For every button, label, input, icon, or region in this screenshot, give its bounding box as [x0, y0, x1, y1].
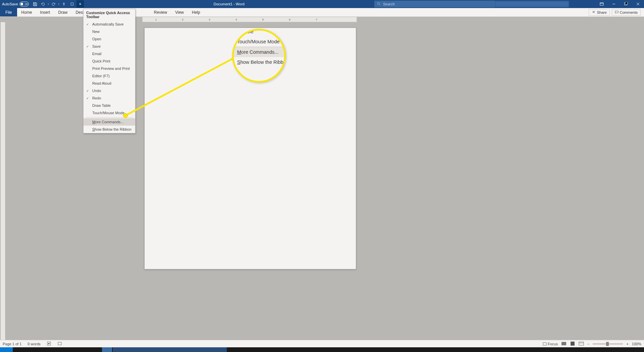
menu-item-redo[interactable]: Redo — [84, 94, 135, 102]
svg-rect-11 — [579, 342, 584, 345]
svg-rect-3 — [600, 3, 603, 5]
zoom-row-touch-mouse: Touch/Mouse Mode — [232, 37, 286, 47]
start-button[interactable] — [0, 347, 13, 352]
menu-header: Customize Quick Access Toolbar — [84, 9, 135, 20]
redo-icon[interactable] — [50, 0, 57, 8]
horizontal-ruler[interactable]: 1234567 — [142, 17, 357, 22]
zoom-row-show-below: Show Below the Ribb — [232, 57, 286, 67]
tab-insert[interactable]: Insert — [36, 8, 54, 16]
zoom-in-button[interactable]: + — [626, 342, 628, 346]
spell-check-icon[interactable] — [47, 341, 51, 347]
menu-item-print-preview[interactable]: Print Preview and Print — [84, 65, 135, 72]
zoom-row-more-commands: More Commands... — [232, 47, 286, 57]
zoom-level[interactable]: 100% — [632, 342, 641, 346]
search-icon — [377, 2, 381, 6]
autosave-switch[interactable]: Off — [19, 2, 29, 6]
tab-file[interactable]: File — [0, 8, 17, 16]
ribbon-right: Share Comments — [589, 8, 644, 16]
account-area[interactable] — [495, 1, 569, 7]
svg-point-2 — [378, 3, 380, 5]
tab-draw[interactable]: Draw — [54, 8, 71, 16]
qat-dropdown-icon[interactable]: ▾ — [48, 2, 49, 6]
comments-button[interactable]: Comments — [612, 9, 641, 16]
menu-item-show-below[interactable]: Show Below the Ribbon — [84, 126, 135, 133]
zoom-slider[interactable] — [593, 343, 623, 345]
share-button[interactable]: Share — [589, 9, 609, 16]
annotation-dot — [123, 113, 128, 118]
tab-review[interactable]: Review — [150, 8, 171, 16]
vertical-ruler[interactable] — [1, 22, 5, 345]
focus-icon — [543, 342, 547, 346]
read-mode-icon[interactable] — [561, 341, 567, 347]
taskbar-app-active[interactable] — [113, 347, 227, 352]
windows-taskbar[interactable] — [0, 347, 644, 352]
comment-icon — [615, 10, 619, 14]
svg-rect-9 — [561, 342, 566, 345]
status-right: Focus − + 100% — [543, 341, 641, 347]
quick-access-toolbar: AutoSave Off ▾ ▾ — [0, 0, 84, 8]
undo-icon[interactable] — [40, 0, 47, 8]
menu-item-quick-print[interactable]: Quick Print — [84, 57, 135, 65]
title-bar: AutoSave Off ▾ ▾ Document1 - Word Search — [0, 0, 644, 8]
menu-item-undo[interactable]: Undo — [84, 87, 135, 94]
status-page[interactable]: Page 1 of 1 — [3, 342, 21, 346]
title-right — [495, 0, 644, 8]
print-layout-icon[interactable] — [570, 341, 575, 347]
share-icon — [592, 10, 595, 14]
search-input[interactable]: Search — [374, 1, 495, 7]
menu-item-auto-save[interactable]: Automatically Save — [84, 20, 135, 28]
menu-item-open[interactable]: Open — [84, 35, 135, 43]
taskbar-app[interactable] — [102, 347, 112, 352]
svg-point-0 — [63, 3, 64, 3]
tab-view[interactable]: View — [171, 8, 188, 16]
format-icon[interactable] — [68, 0, 76, 8]
menu-item-save[interactable]: Save — [84, 43, 135, 50]
svg-rect-10 — [571, 342, 575, 346]
annotation-zoom-circle: w Table Touch/Mouse Mode More Commands..… — [232, 29, 286, 83]
minimize-icon[interactable] — [608, 0, 620, 8]
menu-item-more-commands[interactable]: More Commands... — [84, 118, 135, 126]
focus-mode-button[interactable]: Focus — [543, 342, 558, 346]
tab-home[interactable]: Home — [17, 8, 36, 16]
menu-item-draw-table[interactable]: Draw Table — [84, 102, 135, 109]
menu-item-email[interactable]: Email — [84, 50, 135, 57]
svg-rect-1 — [71, 3, 73, 5]
menu-item-new[interactable]: New — [84, 28, 135, 35]
status-words[interactable]: 0 words — [28, 342, 41, 346]
accessibility-status-icon[interactable] — [57, 341, 62, 347]
menu-item-read-aloud[interactable]: Read Aloud — [84, 80, 135, 87]
document-title: Document1 - Word — [84, 2, 374, 6]
status-bar: Page 1 of 1 0 words Focus − + 100% — [0, 340, 644, 347]
tab-help[interactable]: Help — [188, 8, 204, 16]
ribbon-display-icon[interactable] — [596, 0, 608, 8]
qat-dropdown-icon[interactable]: ▾ — [58, 2, 60, 6]
close-icon[interactable] — [632, 0, 644, 8]
accessibility-icon[interactable] — [60, 0, 68, 8]
save-icon[interactable] — [32, 0, 39, 8]
svg-rect-7 — [58, 342, 61, 345]
customize-qat-dropdown-icon[interactable] — [76, 0, 84, 8]
menu-item-editor[interactable]: Editor (F7) — [84, 72, 135, 80]
autosave-toggle[interactable]: AutoSave Off — [2, 2, 29, 6]
autosave-label: AutoSave — [2, 2, 18, 6]
svg-rect-8 — [543, 343, 546, 345]
web-layout-icon[interactable] — [579, 341, 584, 347]
search-placeholder: Search — [383, 2, 395, 6]
zoom-out-button[interactable]: − — [587, 342, 589, 346]
maximize-icon[interactable] — [620, 0, 632, 8]
